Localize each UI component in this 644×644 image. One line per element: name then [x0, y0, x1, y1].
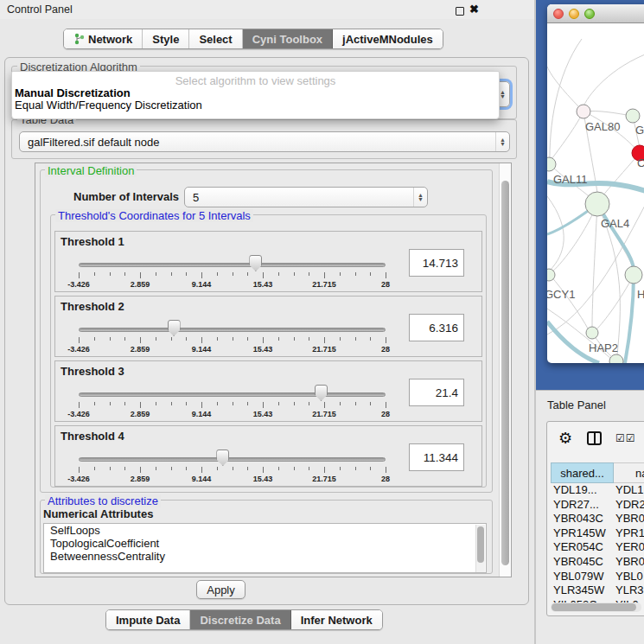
numerical-attributes-list[interactable]: SelfLoopsTopologicalCoefficientBetweenne… [43, 523, 487, 573]
slider-tick [294, 337, 295, 341]
table-row[interactable]: YBR043CYBR0 [551, 512, 644, 526]
list-scrollbar[interactable] [475, 525, 485, 573]
tab-select[interactable]: Select [189, 29, 242, 48]
network-node[interactable] [586, 327, 598, 339]
table-row[interactable]: YLR345WYLR3 [551, 583, 644, 598]
network-edge[interactable] [550, 39, 582, 164]
network-graph[interactable]: GAL80GCGAL11GAL4GCY1HHAP2 [547, 23, 644, 363]
cell-shared-name[interactable]: YBR043C [551, 512, 614, 526]
cell-name[interactable]: YLR3 [614, 583, 644, 598]
checkbox-icons[interactable]: ☑☑ [615, 432, 636, 444]
cell-shared-name[interactable]: YER054C [551, 540, 614, 555]
cell-shared-name[interactable]: YPR145W [551, 526, 614, 541]
tab-cyni-toolbox[interactable]: Cyni Toolbox [243, 29, 333, 48]
attribute-item-selfloops[interactable]: SelfLoops [44, 524, 486, 537]
network-node[interactable] [577, 105, 590, 118]
tab-style[interactable]: Style [143, 29, 189, 48]
slider-tick [171, 337, 172, 341]
slider-tick [233, 402, 233, 405]
cell-name[interactable]: YPR1 [614, 526, 644, 541]
combo-stepper-icon[interactable]: ▲▼ [495, 132, 509, 151]
gear-icon[interactable]: ⚙ [558, 429, 572, 448]
slider-tick [201, 402, 202, 408]
cell-name[interactable]: YBR0 [614, 555, 644, 570]
table-row[interactable]: YBL079WYBL0 [551, 570, 644, 584]
cell-shared-name[interactable]: YLR345W [551, 583, 614, 598]
cell-name[interactable]: YER0 [614, 540, 644, 555]
minimize-traffic-icon[interactable] [569, 9, 579, 19]
tab-jactivemnodules[interactable]: jActiveMNodules [333, 29, 443, 48]
threshold-value-field[interactable]: 6.316 [409, 314, 464, 341]
column-header-shared[interactable]: shared... [551, 462, 614, 483]
close-traffic-icon[interactable] [553, 9, 564, 19]
bottom-tab-infer-network[interactable]: Infer Network [291, 610, 382, 629]
network-node[interactable] [585, 192, 609, 216]
network-edge[interactable] [592, 204, 597, 327]
zoom-traffic-icon[interactable] [584, 9, 595, 19]
threshold-value-field[interactable]: 21.4 [409, 379, 464, 406]
number-of-intervals-combobox[interactable]: 5 ▲▼ [184, 187, 428, 207]
cell-shared-name[interactable]: YDL19... [551, 483, 614, 498]
slider-tick [140, 467, 141, 473]
cell-shared-name[interactable]: YDR27... [551, 498, 614, 513]
tab-network[interactable]: Network [64, 29, 143, 48]
table-row[interactable]: YDL19...YDL1 [551, 483, 644, 498]
table-row[interactable]: YDR27...YDR2 [551, 498, 644, 513]
scrollbar-thumb[interactable] [552, 603, 636, 611]
table-row[interactable]: YER054CYER0 [551, 540, 644, 555]
network-edge[interactable] [583, 49, 644, 106]
cell-shared-name[interactable]: YBL079W [551, 570, 614, 584]
horizontal-scrollbar[interactable] [551, 603, 641, 612]
column-header-name[interactable]: na [614, 462, 644, 483]
cell-name[interactable]: YDR2 [614, 498, 644, 513]
table-row[interactable]: YPR145WYPR1 [551, 526, 644, 541]
network-edge[interactable] [596, 275, 634, 329]
attribute-item-betweennesscentrality[interactable]: BetweennessCentrality [44, 550, 486, 563]
threshold-value-field[interactable]: 11.344 [409, 443, 464, 471]
algorithm-dropdown-popup: Select algorithm to view settings Manual… [11, 71, 500, 119]
slider-track[interactable] [79, 457, 386, 462]
apply-button[interactable]: Apply [196, 580, 245, 599]
network-node[interactable] [547, 269, 555, 281]
threshold-value-field[interactable]: 14.713 [409, 249, 464, 277]
slider-handle[interactable] [249, 255, 262, 271]
network-node[interactable] [609, 354, 623, 363]
scrollbar-thumb[interactable] [477, 526, 484, 563]
table-data-combobox[interactable]: galFiltered.sif default node ▲▼ [19, 131, 510, 152]
slider-tick-label: 15.43 [253, 410, 273, 418]
algorithm-option-equal-width-frequency-discretization[interactable]: Equal Width/Frequency Discretization [14, 99, 495, 112]
network-node[interactable] [625, 266, 642, 284]
network-edge[interactable] [550, 275, 588, 328]
slider-track[interactable] [79, 328, 386, 332]
scrollbar-thumb[interactable] [501, 181, 509, 565]
cell-shared-name[interactable]: YBR045C [551, 555, 614, 570]
float-window-icon[interactable] [456, 7, 464, 16]
bottom-tab-impute-data[interactable]: Impute Data [106, 610, 190, 629]
slider-track[interactable] [79, 392, 386, 397]
slider-track[interactable] [79, 263, 386, 267]
slider-tick [294, 272, 295, 276]
column-layout-icon[interactable] [587, 431, 602, 445]
bottom-tab-discretize-data[interactable]: Discretize Data [190, 610, 290, 629]
algorithm-option-manual-discretization[interactable]: Manual Discretization [14, 86, 495, 99]
combo-stepper-icon[interactable]: ▲▼ [413, 188, 427, 207]
network-window-titlebar[interactable] [547, 4, 644, 23]
cell-name[interactable]: YBL0 [614, 570, 644, 584]
slider-handle[interactable] [315, 385, 328, 401]
slider-tick [263, 337, 264, 343]
vertical-scrollbar[interactable] [499, 163, 511, 577]
network-node[interactable] [626, 109, 640, 123]
slider-tick [156, 467, 156, 470]
slider-handle[interactable] [216, 450, 229, 466]
slider-handle[interactable] [168, 320, 181, 336]
network-edge[interactable] [547, 67, 583, 112]
network-view-window[interactable]: GAL80GCGAL11GAL4GCY1HHAP2 [547, 4, 644, 363]
slider-tick [110, 467, 111, 470]
tab-label: Style [152, 33, 179, 46]
network-edge[interactable] [550, 112, 583, 162]
close-icon[interactable]: ✖ [469, 3, 479, 16]
cell-name[interactable]: YDL1 [614, 483, 644, 498]
cell-name[interactable]: YBR0 [614, 512, 644, 526]
table-row[interactable]: YBR045CYBR0 [551, 555, 644, 570]
attribute-item-topologicalcoefficient[interactable]: TopologicalCoefficient [44, 537, 486, 550]
